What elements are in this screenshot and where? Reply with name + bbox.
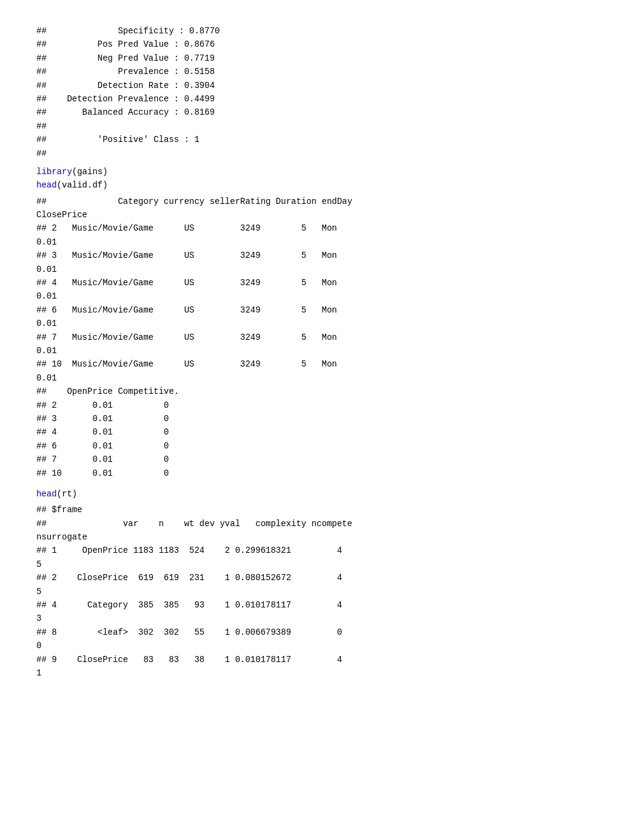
table1-row-10-cont: 0.01 bbox=[36, 371, 608, 385]
table2-row-1-cont: 5 bbox=[36, 558, 608, 571]
stat-pos-pred: ## Pos Pred Value : 0.8676 bbox=[36, 38, 608, 51]
table2-row-2-cont: 5 bbox=[36, 585, 608, 598]
code-section-1: library(gains) head(valid.df) bbox=[36, 165, 608, 192]
table1-section: ## Category currency sellerRating Durati… bbox=[36, 195, 608, 480]
table1-row-10: ## 10 Music/Movie/Game US 3249 5 Mon bbox=[36, 357, 608, 371]
table1-footer-10: ## 10 0.01 0 bbox=[36, 467, 608, 480]
table2-header-cont: nsurrogate bbox=[36, 530, 608, 544]
table1-footer-header: ## OpenPrice Competitive. bbox=[36, 385, 608, 398]
stat-positive-class: ## 'Positive' Class : 1 bbox=[36, 133, 608, 146]
stat-blank2: ## bbox=[36, 147, 608, 160]
table1-footer-6: ## 6 0.01 0 bbox=[36, 439, 608, 453]
table1-footer-2: ## 2 0.01 0 bbox=[36, 399, 608, 412]
stat-detection-rate: ## Detection Rate : 0.3904 bbox=[36, 79, 608, 92]
table2-row-9: ## 9 ClosePrice 83 83 38 1 0.010178117 4 bbox=[36, 653, 608, 666]
library-keyword: library bbox=[36, 167, 72, 177]
table1-header-cont: ClosePrice bbox=[36, 208, 608, 221]
stat-specificity: ## Specificity : 0.8770 bbox=[36, 24, 608, 38]
table2-row-2: ## 2 ClosePrice 619 619 231 1 0.08015267… bbox=[36, 571, 608, 584]
table1-header: ## Category currency sellerRating Durati… bbox=[36, 195, 608, 208]
table2-frame: ## $frame bbox=[36, 503, 608, 516]
table2-section: ## $frame ## var n wt dev yval complexit… bbox=[36, 503, 608, 680]
table2-row-8: ## 8 <leaf> 302 302 55 1 0.006679389 0 bbox=[36, 626, 608, 639]
table1-row-2-cont: 0.01 bbox=[36, 235, 608, 249]
table2-row-9-cont: 1 bbox=[36, 666, 608, 680]
stat-detection-prev: ## Detection Prevalence : 0.4499 bbox=[36, 92, 608, 106]
table1-row-7-cont: 0.01 bbox=[36, 344, 608, 357]
head-call-2: head(rt) bbox=[36, 487, 608, 501]
head-keyword-2: head bbox=[36, 489, 57, 499]
table1-footer-3: ## 3 0.01 0 bbox=[36, 412, 608, 425]
library-call: library(gains) bbox=[36, 165, 608, 178]
table2-row-8-cont: 0 bbox=[36, 639, 608, 652]
table1-row-7: ## 7 Music/Movie/Game US 3249 5 Mon bbox=[36, 331, 608, 344]
table2-row-4-cont: 3 bbox=[36, 612, 608, 625]
code-section-2: head(rt) bbox=[36, 487, 608, 501]
table1-row-6: ## 6 Music/Movie/Game US 3249 5 Mon bbox=[36, 303, 608, 317]
table1-footer-7: ## 7 0.01 0 bbox=[36, 453, 608, 466]
table2-row-1: ## 1 OpenPrice 1183 1183 524 2 0.2996183… bbox=[36, 544, 608, 557]
table2-row-4: ## 4 Category 385 385 93 1 0.010178117 4 bbox=[36, 598, 608, 612]
stat-blank1: ## bbox=[36, 120, 608, 133]
stat-balanced-acc: ## Balanced Accuracy : 0.8169 bbox=[36, 106, 608, 119]
table1-footer-4: ## 4 0.01 0 bbox=[36, 425, 608, 439]
table1-row-6-cont: 0.01 bbox=[36, 317, 608, 330]
stat-prevalence: ## Prevalence : 0.5158 bbox=[36, 65, 608, 78]
table2-header: ## var n wt dev yval complexity ncompete bbox=[36, 517, 608, 530]
table1-row-3: ## 3 Music/Movie/Game US 3249 5 Mon bbox=[36, 249, 608, 262]
head-keyword-1: head bbox=[36, 180, 57, 190]
table1-row-2: ## 2 Music/Movie/Game US 3249 5 Mon bbox=[36, 221, 608, 235]
stat-neg-pred: ## Neg Pred Value : 0.7719 bbox=[36, 52, 608, 65]
table1-row-4: ## 4 Music/Movie/Game US 3249 5 Mon bbox=[36, 276, 608, 289]
table1-row-4-cont: 0.01 bbox=[36, 289, 608, 303]
main-content: ## Specificity : 0.8770 ## Pos Pred Valu… bbox=[36, 24, 608, 680]
head-call-1: head(valid.df) bbox=[36, 178, 608, 192]
table1-row-3-cont: 0.01 bbox=[36, 263, 608, 276]
stats-section: ## Specificity : 0.8770 ## Pos Pred Valu… bbox=[36, 24, 608, 160]
